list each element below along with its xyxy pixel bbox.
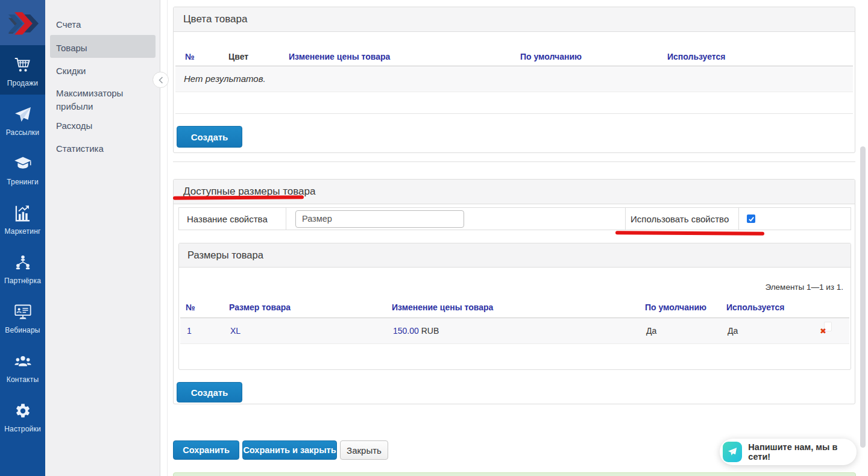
property-name-label: Название свойства — [179, 208, 286, 230]
sidebar-item-expenses[interactable]: Расходы — [56, 119, 92, 133]
webinar-screen-icon — [14, 300, 32, 324]
delete-row-button[interactable]: ✖ — [820, 322, 832, 335]
property-name-input[interactable] — [295, 210, 464, 228]
column-header-price-change[interactable]: Изменение цены товара — [289, 52, 390, 61]
panel-title: Цвета товара — [174, 7, 855, 32]
use-property-label: Использовать свойство — [625, 208, 738, 230]
people-icon — [14, 349, 32, 374]
column-header-default[interactable]: По умолчанию — [520, 52, 582, 61]
panel-title: Доступные размеры товара — [174, 180, 855, 204]
logo-chevrons-icon — [7, 9, 39, 37]
empty-results-text: Нет результатов. — [184, 74, 266, 84]
product-colors-panel: Цвета товара № Цвет Изменение цены товар… — [173, 7, 855, 153]
column-header-used[interactable]: Используется — [667, 52, 725, 61]
sidebar-item-profit-maximizers[interactable]: Максимизаторы прибыли — [56, 87, 136, 113]
column-header-num[interactable]: № — [186, 302, 195, 312]
success-alert — [173, 472, 856, 476]
vertical-scrollbar-thumb[interactable] — [860, 146, 866, 448]
nav-label: Продажи — [7, 79, 39, 87]
chat-status-text: Напишите нам, мы в сети! — [748, 442, 857, 462]
app-logo[interactable] — [0, 0, 45, 45]
nav-mailings[interactable]: Рассылки — [0, 95, 45, 144]
sidebar-item-discounts[interactable]: Скидки — [56, 64, 86, 78]
column-header-default[interactable]: По умолчанию — [645, 302, 706, 312]
row-size-link[interactable]: XL — [230, 326, 241, 336]
nav-contacts[interactable]: Контакты — [0, 342, 45, 391]
sizes-table-panel: Размеры товара Элементы 1—1 из 1. № Разм… — [178, 243, 851, 370]
column-header-color: Цвет — [228, 52, 248, 61]
app-window: Продажи Рассылки Тренинги — [0, 0, 868, 476]
paper-plane-icon — [14, 102, 31, 127]
gear-icon — [14, 399, 31, 423]
row-default-value: Да — [646, 326, 656, 336]
collapse-sidebar-button[interactable] — [153, 72, 169, 88]
nav-webinars[interactable]: Вебинары — [0, 292, 45, 342]
panel-separator — [173, 161, 855, 162]
column-header-used[interactable]: Используется — [726, 302, 784, 312]
column-header-price-change[interactable]: Изменение цены товара — [392, 302, 493, 312]
nav-marketing[interactable]: Маркетинг — [0, 193, 45, 243]
save-and-close-button[interactable]: Сохранить и закрыть — [242, 440, 337, 460]
bar-chart-icon — [14, 201, 31, 225]
sidebar-item-products[interactable]: Товары — [56, 42, 87, 55]
content-divider — [167, 0, 168, 476]
nav-label: Вебинары — [5, 326, 40, 334]
table-row — [180, 318, 849, 344]
sidebar-item-accounts[interactable]: Счета — [56, 18, 81, 31]
annotation-underline-use-property — [615, 231, 764, 235]
row-price-value[interactable]: 150.00 — [393, 326, 419, 336]
save-button[interactable]: Сохранить — [173, 440, 239, 460]
sidebar-item-statistics[interactable]: Статистика — [56, 142, 104, 155]
nav-label: Партнёрка — [4, 277, 41, 285]
chat-paper-plane-icon — [723, 442, 742, 462]
nav-label: Рассылки — [6, 128, 39, 137]
row-used-value: Да — [728, 326, 738, 336]
property-form-row: Название свойства Использовать свойство — [178, 207, 851, 230]
nav-label: Тренинги — [7, 178, 39, 186]
nav-trainings[interactable]: Тренинги — [0, 144, 45, 193]
affiliate-network-icon — [14, 251, 31, 275]
items-summary: Элементы 1—1 из 1. — [765, 283, 843, 292]
check-icon — [748, 216, 755, 222]
create-size-button[interactable]: Создать — [177, 382, 242, 402]
column-header-size[interactable]: Размер товара — [229, 302, 291, 312]
nav-label: Маркетинг — [4, 227, 40, 236]
table-bottom-border — [175, 113, 853, 114]
use-property-checkbox[interactable] — [747, 215, 755, 223]
subpanel-title: Размеры товара — [179, 243, 851, 268]
row-price-currency: RUB — [419, 326, 439, 336]
create-color-button[interactable]: Создать — [177, 126, 242, 148]
empty-row — [175, 66, 853, 92]
product-sizes-panel: Доступные размеры товара Название свойст… — [173, 179, 855, 404]
nav-label: Контакты — [7, 375, 39, 384]
delete-icon: ✖ — [820, 327, 826, 335]
nav-label: Настройки — [4, 425, 41, 433]
nav-affiliate[interactable]: Партнёрка — [0, 243, 45, 292]
column-header-num[interactable]: № — [185, 52, 195, 61]
secondary-sidebar: Счета Товары Скидки Максимизаторы прибыл… — [45, 0, 160, 476]
row-price: 150.00 RUB — [393, 326, 439, 336]
nav-sales[interactable]: Продажи — [0, 45, 45, 95]
chevron-left-icon — [158, 76, 164, 84]
row-num-link[interactable]: 1 — [187, 326, 192, 336]
chat-widget-button[interactable]: Напишите нам, мы в сети! — [720, 439, 857, 465]
primary-sidebar: Продажи Рассылки Тренинги — [0, 0, 45, 476]
nav-settings[interactable]: Настройки — [0, 391, 45, 440]
close-button[interactable]: Закрыть — [340, 440, 388, 460]
cart-icon — [14, 53, 32, 77]
graduation-cap-icon — [14, 152, 32, 176]
